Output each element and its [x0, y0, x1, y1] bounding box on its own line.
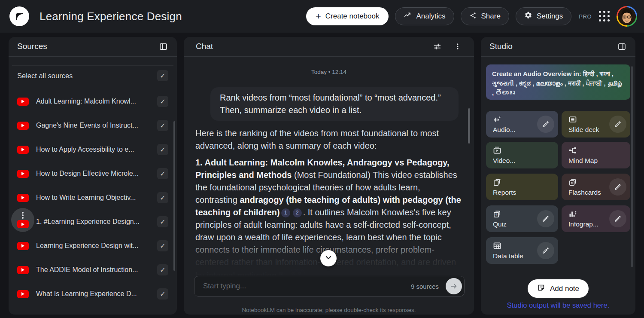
- divider: [9, 56, 177, 57]
- add-note-button[interactable]: Add note: [528, 279, 589, 298]
- source-checkbox[interactable]: ✓: [157, 144, 168, 155]
- youtube-icon: [17, 98, 29, 106]
- create-notebook-label: Create notebook: [325, 12, 380, 21]
- source-title: The ADDIE Model of Instruction...: [36, 266, 154, 274]
- studio-card-label: Reports: [493, 189, 516, 196]
- create-notebook-button[interactable]: + Create notebook: [306, 7, 389, 25]
- studio-card-mind-map[interactable]: Mind Map: [562, 142, 630, 168]
- avatar-image: [618, 7, 636, 25]
- youtube-icon: [17, 146, 29, 154]
- chat-settings-tune-icon[interactable]: [431, 40, 443, 52]
- chat-panel-title: Chat: [196, 42, 213, 51]
- notebooklm-logo-icon[interactable]: [9, 6, 29, 26]
- source-list-item[interactable]: Learning Experience Design wit... ✓: [9, 234, 177, 258]
- svg-text:?: ?: [495, 213, 498, 217]
- source-list-item[interactable]: The ADDIE Model of Instruction... ✓: [9, 258, 177, 282]
- youtube-icon: [17, 290, 29, 298]
- select-all-checkbox[interactable]: ✓: [157, 70, 168, 81]
- chat-scrollbar[interactable]: [468, 108, 470, 144]
- youtube-icon: [17, 242, 29, 250]
- trending-up-icon: [404, 11, 412, 21]
- divider: [12, 65, 173, 66]
- source-checkbox[interactable]: ✓: [157, 96, 168, 107]
- analytics-button[interactable]: Analytics: [395, 7, 454, 25]
- select-all-label: Select all sources: [17, 72, 157, 80]
- audio-overview-language-banner[interactable]: Create an Audio Overview in: हिन्दी , বা…: [486, 64, 630, 100]
- studio-card-video-overview[interactable]: Video...: [486, 142, 558, 168]
- youtube-icon: [17, 122, 29, 130]
- source-title: How to Apply Accessibility to e...: [36, 146, 154, 153]
- studio-card-reports[interactable]: Reports: [486, 174, 558, 200]
- settings-label: Settings: [537, 12, 563, 21]
- source-checkbox[interactable]: ✓: [157, 168, 168, 179]
- source-checkbox[interactable]: ✓: [157, 120, 168, 131]
- chat-more-options-icon[interactable]: [452, 40, 464, 52]
- source-checkbox[interactable]: ✓: [157, 288, 168, 300]
- source-drag-handle[interactable]: [11, 208, 34, 232]
- source-list-item[interactable]: What Is Learning Experience D... ✓: [9, 282, 177, 306]
- source-list-item-hovered[interactable]: 1. #Learning Experience Design... ✓: [9, 210, 177, 234]
- divider: [184, 56, 474, 57]
- citation-chip[interactable]: 2: [278, 272, 287, 276]
- google-apps-icon[interactable]: [599, 11, 610, 22]
- mind-map-icon: [568, 146, 577, 156]
- source-checkbox[interactable]: ✓: [157, 264, 168, 275]
- edit-icon[interactable]: [609, 210, 626, 227]
- studio-panel-title: Studio: [489, 42, 513, 51]
- settings-button[interactable]: Settings: [516, 7, 571, 25]
- divider: [481, 56, 635, 57]
- source-list-item[interactable]: Gagne's Nine Events of Instruct... ✓: [9, 113, 177, 138]
- flashcards-icon: [568, 178, 577, 188]
- source-list-item[interactable]: How to Design Effective Microle... ✓: [9, 162, 177, 186]
- chat-date-divider: Today • 12:14: [184, 69, 474, 75]
- studio-card-label: Video...: [493, 157, 515, 165]
- edit-icon[interactable]: [537, 116, 554, 133]
- edit-icon[interactable]: [537, 242, 554, 259]
- studio-card-flashcards[interactable]: Flashcards: [562, 174, 630, 200]
- sources-scrollbar[interactable]: [173, 121, 175, 271]
- user-avatar[interactable]: [617, 6, 637, 27]
- studio-card-audio-overview[interactable]: Audio...: [486, 111, 558, 138]
- send-button[interactable]: [446, 278, 462, 294]
- source-list-item[interactable]: How to Write Learning Objectiv... ✓: [9, 186, 177, 210]
- source-title: How to Write Learning Objectiv...: [36, 194, 154, 202]
- youtube-icon: [17, 266, 29, 274]
- studio-card-label: Mind Map: [568, 157, 598, 165]
- source-list-item[interactable]: Adult Learning: Malcolm Knowl... ✓: [9, 89, 177, 113]
- edit-icon[interactable]: [609, 178, 626, 196]
- source-checkbox[interactable]: ✓: [157, 240, 168, 251]
- topbar-actions: + Create notebook Analytics: [306, 0, 637, 33]
- collapse-sources-panel-icon[interactable]: [157, 40, 169, 52]
- chat-panel: Chat Today • 12:14 Rank videos fro: [184, 37, 474, 315]
- scroll-to-bottom-button[interactable]: [320, 250, 337, 266]
- share-button[interactable]: Share: [461, 7, 509, 25]
- chat-input[interactable]: [203, 282, 411, 290]
- select-all-sources-row: Select all sources ✓: [9, 67, 177, 84]
- citation-chip[interactable]: 1: [281, 208, 290, 217]
- studio-panel: Studio Create an Audio Overview in: हिन्…: [481, 37, 635, 315]
- more-options-icon[interactable]: [22, 214, 24, 216]
- infographic-bar-chart-icon: [568, 210, 577, 220]
- studio-card-data-table[interactable]: Data table: [486, 237, 558, 264]
- studio-card-infographic[interactable]: Infograp...: [562, 205, 630, 232]
- studio-scrollbar[interactable]: [631, 66, 633, 267]
- edit-icon[interactable]: [609, 116, 626, 133]
- share-label: Share: [481, 12, 501, 21]
- collapse-studio-panel-icon[interactable]: [616, 40, 628, 52]
- edit-icon[interactable]: [537, 210, 554, 227]
- studio-card-label: Flashcards: [568, 189, 601, 196]
- source-checkbox[interactable]: ✓: [157, 216, 168, 227]
- studio-card-slide-deck[interactable]: Slide deck: [562, 111, 630, 138]
- source-list-item[interactable]: How to Apply Accessibility to e... ✓: [9, 138, 177, 162]
- citation-chip-faded[interactable]: [289, 269, 305, 276]
- sources-panel-title: Sources: [17, 42, 47, 51]
- source-title: Learning Experience Design wit...: [36, 242, 154, 250]
- studio-card-quiz[interactable]: ? Quiz: [486, 205, 558, 232]
- response-intro: Here is the ranking of the videos from m…: [195, 127, 463, 152]
- source-checkbox[interactable]: ✓: [157, 192, 168, 203]
- chat-input-bar: 9 sources: [194, 276, 465, 297]
- citation-chip[interactable]: 2: [293, 208, 302, 217]
- youtube-icon: [17, 220, 29, 228]
- add-note-label: Add note: [550, 284, 579, 293]
- studio-card-label: Audio...: [493, 126, 516, 134]
